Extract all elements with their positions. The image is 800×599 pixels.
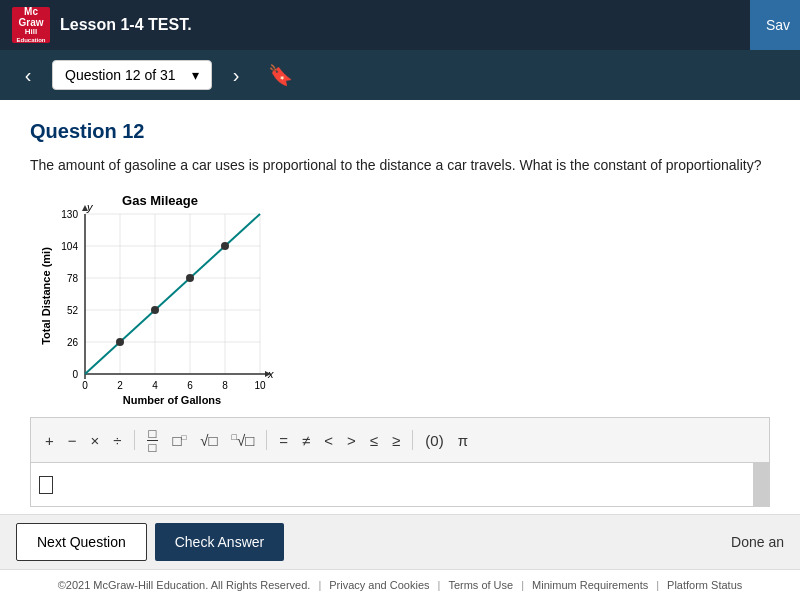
bottom-left-buttons: Next Question Check Answer: [16, 523, 284, 561]
footer-sep-4: |: [656, 579, 659, 591]
svg-text:y: y: [86, 201, 94, 213]
svg-point-34: [151, 306, 159, 314]
answer-input-area[interactable]: [30, 462, 770, 507]
svg-point-35: [186, 274, 194, 282]
svg-text:4: 4: [152, 380, 158, 391]
next-question-button[interactable]: Next Question: [16, 523, 147, 561]
chevron-down-icon: ▾: [192, 67, 199, 83]
separator-1: [134, 430, 135, 450]
svg-text:10: 10: [254, 380, 266, 391]
platform-status-link[interactable]: Platform Status: [667, 579, 742, 591]
privacy-link[interactable]: Privacy and Cookies: [329, 579, 429, 591]
svg-line-31: [85, 214, 260, 374]
header: Mc Graw Hill Education Lesson 1-4 TEST. …: [0, 0, 800, 50]
svg-text:26: 26: [67, 337, 79, 348]
svg-text:Total Distance (mi): Total Distance (mi): [40, 247, 52, 345]
answer-cursor: [39, 476, 53, 494]
svg-text:0: 0: [82, 380, 88, 391]
times-button[interactable]: ×: [87, 430, 104, 451]
svg-text:2: 2: [117, 380, 123, 391]
question-text: The amount of gasoline a car uses is pro…: [30, 157, 770, 173]
nth-root-button[interactable]: □√□: [228, 430, 259, 451]
math-toolbar: + − × ÷ □ □ □□ √□ □√□ = ≠ < > ≤ ≥ (0) π: [30, 417, 770, 462]
svg-text:78: 78: [67, 273, 79, 284]
greater-equal-button[interactable]: ≥: [388, 430, 404, 451]
next-question-button[interactable]: ›: [220, 59, 252, 91]
svg-text:52: 52: [67, 305, 79, 316]
gas-mileage-chart: Gas Mileage: [40, 189, 280, 409]
superscript-button[interactable]: □□: [168, 430, 190, 451]
done-an-label: Done an: [731, 534, 784, 550]
chart-container: Gas Mileage: [40, 189, 770, 409]
equals-button[interactable]: =: [275, 430, 292, 451]
mcgraw-hill-logo: Mc Graw Hill Education: [12, 7, 50, 43]
terms-link[interactable]: Terms of Use: [448, 579, 513, 591]
answer-scrollbar[interactable]: [753, 463, 769, 506]
svg-text:8: 8: [222, 380, 228, 391]
footer-sep-2: |: [438, 579, 441, 591]
prev-question-button[interactable]: ‹: [12, 59, 44, 91]
footer-sep-3: |: [521, 579, 524, 591]
separator-2: [266, 430, 267, 450]
bottom-bar: Next Question Check Answer Done an: [0, 514, 800, 569]
not-equals-button[interactable]: ≠: [298, 430, 314, 451]
divide-button[interactable]: ÷: [109, 430, 125, 451]
svg-text:0: 0: [72, 369, 78, 380]
greater-than-button[interactable]: >: [343, 430, 360, 451]
svg-text:130: 130: [61, 209, 78, 220]
svg-point-36: [221, 242, 229, 250]
sqrt-button[interactable]: √□: [196, 430, 221, 451]
svg-text:x: x: [267, 368, 274, 380]
svg-text:Gas Mileage: Gas Mileage: [122, 193, 198, 208]
plus-button[interactable]: +: [41, 430, 58, 451]
svg-text:104: 104: [61, 241, 78, 252]
header-left: Mc Graw Hill Education Lesson 1-4 TEST.: [12, 7, 192, 43]
question-selector[interactable]: Question 12 of 31 ▾: [52, 60, 212, 90]
minimum-requirements-link[interactable]: Minimum Requirements: [532, 579, 648, 591]
less-equal-button[interactable]: ≤: [366, 430, 382, 451]
svg-text:Number of Gallons: Number of Gallons: [123, 394, 221, 406]
fraction-button[interactable]: □ □: [143, 424, 163, 456]
svg-point-33: [116, 338, 124, 346]
minus-button[interactable]: −: [64, 430, 81, 451]
save-button[interactable]: Sav: [750, 0, 800, 50]
nav-bar: ‹ Question 12 of 31 ▾ › 🔖: [0, 50, 800, 100]
less-than-button[interactable]: <: [320, 430, 337, 451]
copyright-text: ©2021 McGraw-Hill Education. All Rights …: [58, 579, 311, 591]
main-content: Question 12 The amount of gasoline a car…: [0, 100, 800, 527]
lesson-title: Lesson 1-4 TEST.: [60, 16, 192, 34]
pi-button[interactable]: π: [454, 430, 472, 451]
question-title: Question 12: [30, 120, 770, 143]
absolute-value-button[interactable]: (0): [421, 430, 447, 451]
footer-sep-1: |: [318, 579, 321, 591]
separator-3: [412, 430, 413, 450]
svg-text:6: 6: [187, 380, 193, 391]
bookmark-icon[interactable]: 🔖: [268, 63, 293, 87]
check-answer-button[interactable]: Check Answer: [155, 523, 284, 561]
question-label: Question 12 of 31: [65, 67, 176, 83]
footer: ©2021 McGraw-Hill Education. All Rights …: [0, 569, 800, 599]
